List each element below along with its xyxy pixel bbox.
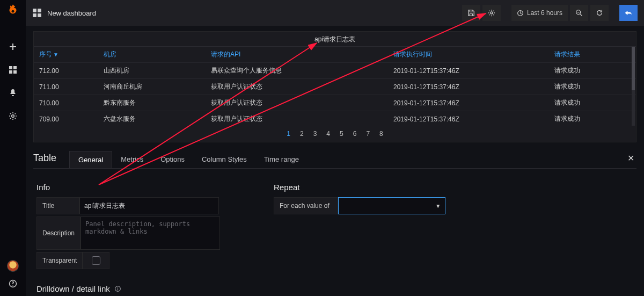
table-cell: 请求成功 — [549, 63, 636, 79]
table-cell: 请求成功 — [549, 95, 636, 111]
left-sidebar — [0, 0, 26, 296]
title-label: Title — [36, 197, 79, 214]
table-cell: 请求成功 — [549, 79, 636, 95]
time-range-button[interactable]: Last 6 hours — [511, 5, 568, 21]
page-number[interactable]: 1 — [287, 130, 290, 138]
table-cell: 黔东南服务 — [98, 95, 206, 111]
table-cell: 712.00 — [34, 63, 98, 79]
foreach-label: For each value of — [274, 197, 338, 214]
back-button[interactable] — [619, 5, 638, 21]
col-seq[interactable]: 序号▼ — [34, 47, 98, 63]
page-number[interactable]: 2 — [300, 130, 304, 138]
drilldown-section: Drilldown / detail link ✚Add link — [36, 284, 220, 296]
time-range-label: Last 6 hours — [527, 9, 562, 17]
svg-rect-4 — [13, 70, 17, 74]
svg-point-0 — [12, 10, 14, 13]
page-number[interactable]: 7 — [366, 130, 370, 138]
info-heading: Info — [36, 183, 220, 192]
panel-title: api请求日志表 — [34, 32, 636, 46]
editor-tabs: General Metrics Options Column Styles Ti… — [69, 151, 308, 168]
table-cell: 2019-01-12T15:37:46Z — [388, 63, 549, 79]
table-scrollbar[interactable] — [632, 47, 635, 126]
table-cell: 2019-01-12T15:37:46Z — [388, 111, 549, 127]
table-cell: 山西机房 — [98, 63, 206, 79]
col-result[interactable]: 请求结果 — [549, 47, 636, 63]
transparent-checkbox[interactable] — [83, 252, 109, 269]
tab-options[interactable]: Options — [152, 151, 193, 168]
dashboards-icon[interactable] — [9, 66, 17, 76]
svg-point-11 — [491, 12, 493, 14]
page-number[interactable]: 3 — [313, 130, 317, 138]
transparent-label: Transparent — [36, 252, 83, 269]
page-number[interactable]: 4 — [326, 130, 330, 138]
table-cell: 711.00 — [34, 79, 98, 95]
table-row[interactable]: 710.00黔东南服务获取用户认证状态2019-01-12T15:37:46Z请… — [34, 95, 636, 111]
info-section: Info Title Description Transparent Drill… — [36, 183, 220, 296]
tab-column-styles[interactable]: Column Styles — [193, 151, 255, 168]
dashboard-title[interactable]: New dashboard — [32, 8, 96, 18]
table-cell: 请求成功 — [549, 111, 636, 127]
col-time[interactable]: 请求执行时间 — [388, 47, 549, 63]
settings-button[interactable] — [482, 5, 501, 21]
page-number[interactable]: 6 — [353, 130, 357, 138]
table-row[interactable]: 712.00山西机房易联众查询个人服务信息2019-01-12T15:37:46… — [34, 63, 636, 79]
dashboard-title-text: New dashboard — [47, 9, 96, 17]
info-icon — [114, 285, 121, 292]
table-cell: 获取用户认证状态 — [206, 111, 388, 127]
table-cell: 710.00 — [34, 95, 98, 111]
chevron-down-icon: ▼ — [435, 203, 441, 209]
table-row[interactable]: 711.00河南商丘机房获取用户认证状态2019-01-12T15:37:46Z… — [34, 79, 636, 95]
col-api[interactable]: 请求的API — [206, 47, 388, 63]
svg-rect-9 — [33, 13, 36, 17]
plus-icon[interactable] — [9, 42, 17, 53]
editor-title: Table — [33, 153, 56, 167]
col-room[interactable]: 机房 — [98, 47, 206, 63]
tab-general[interactable]: General — [69, 151, 112, 168]
page-number[interactable]: 8 — [379, 130, 383, 138]
table-cell: 易联众查询个人服务信息 — [206, 63, 388, 79]
zoom-out-button[interactable] — [570, 5, 588, 21]
main-area: api请求日志表 序号▼ 机房 请求的API 请求执行时间 请求结果 712.0… — [26, 26, 644, 296]
table-pagination: 12345678 — [34, 127, 636, 142]
svg-point-5 — [12, 115, 14, 118]
svg-rect-2 — [13, 66, 17, 69]
svg-rect-3 — [9, 70, 12, 74]
svg-rect-10 — [38, 13, 41, 17]
data-table: 序号▼ 机房 请求的API 请求执行时间 请求结果 712.00山西机房易联众查… — [34, 46, 636, 127]
svg-rect-7 — [33, 9, 36, 12]
title-input[interactable] — [79, 197, 219, 214]
drilldown-heading: Drilldown / detail link — [36, 284, 110, 293]
save-button[interactable] — [462, 5, 480, 21]
help-icon[interactable] — [9, 279, 17, 290]
table-panel: api请求日志表 序号▼ 机房 请求的API 请求执行时间 请求结果 712.0… — [33, 31, 636, 142]
table-cell: 2019-01-12T15:37:46Z — [388, 79, 549, 95]
gear-icon[interactable] — [9, 112, 17, 122]
tab-metrics[interactable]: Metrics — [112, 151, 152, 168]
bell-icon[interactable] — [9, 89, 17, 99]
top-bar: New dashboard Last 6 hours — [26, 0, 644, 26]
table-cell: 河南商丘机房 — [98, 79, 206, 95]
refresh-button[interactable] — [590, 5, 609, 21]
svg-rect-8 — [38, 9, 41, 12]
close-editor-icon[interactable]: ✕ — [627, 153, 634, 163]
tab-time-range[interactable]: Time range — [255, 151, 308, 168]
table-cell: 709.00 — [34, 111, 98, 127]
description-input[interactable] — [80, 216, 220, 250]
description-label: Description — [36, 216, 80, 250]
table-cell: 六盘水服务 — [98, 111, 206, 127]
repeat-section: Repeat For each value of ▼ — [274, 183, 445, 296]
panel-editor: Table General Metrics Options Column Sty… — [33, 151, 636, 296]
user-avatar[interactable] — [7, 260, 19, 272]
repeat-heading: Repeat — [274, 183, 445, 192]
page-number[interactable]: 5 — [340, 130, 343, 138]
table-cell: 获取用户认证状态 — [206, 79, 388, 95]
table-cell: 获取用户认证状态 — [206, 95, 388, 111]
svg-rect-1 — [9, 66, 12, 69]
foreach-select[interactable]: ▼ — [338, 197, 445, 214]
grafana-logo[interactable] — [6, 3, 20, 19]
table-row[interactable]: 709.00六盘水服务获取用户认证状态2019-01-12T15:37:46Z请… — [34, 111, 636, 127]
table-cell: 2019-01-12T15:37:46Z — [388, 95, 549, 111]
